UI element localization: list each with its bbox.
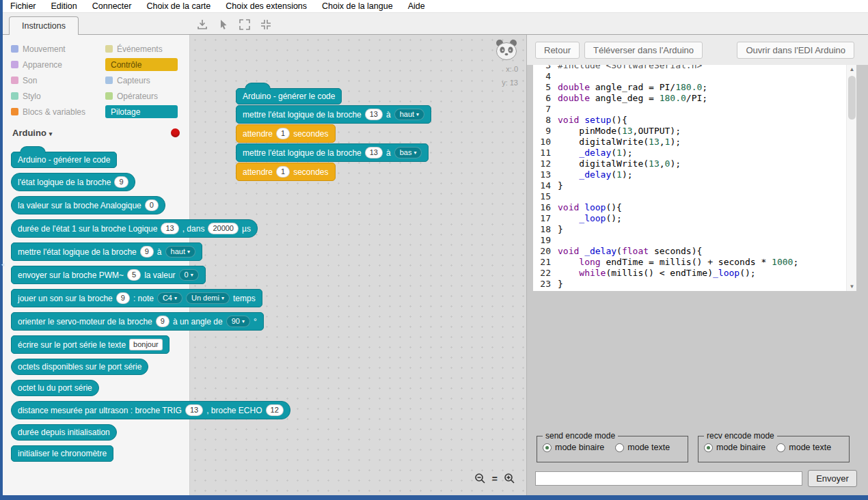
dropdown-arg[interactable]: haut▾ — [394, 109, 424, 120]
code-editor[interactable]: 3#include <SoftwareSerial.h>45double ang… — [533, 65, 856, 291]
menu-choix-des-extensions[interactable]: Choix des extensions — [218, 0, 314, 12]
dropdown-arg[interactable]: Un demi▾ — [186, 292, 230, 304]
category-mouvement[interactable]: Mouvement — [11, 42, 105, 55]
block-text: la valeur sur la broche Analogique — [18, 201, 141, 210]
number-arg[interactable]: 13 — [185, 404, 203, 416]
category-pilotage[interactable]: Pilotage — [105, 105, 178, 118]
zoom-out-icon[interactable] — [474, 473, 486, 484]
palette-collapse-handle[interactable]: ◂ — [0, 260, 5, 269]
number-arg[interactable]: 5 — [127, 269, 141, 281]
upload-arduino-button[interactable]: Téléverser dans l'Arduino — [584, 42, 703, 59]
dropdown-arg[interactable]: haut▾ — [165, 246, 195, 258]
code-text: #include <SoftwareSerial.h> — [558, 65, 702, 71]
radio-button[interactable] — [776, 443, 785, 452]
palette-block[interactable]: initialiser le chronomètre — [11, 445, 113, 462]
upload-icon[interactable] — [196, 18, 208, 31]
number-arg[interactable]: 20000 — [208, 223, 239, 234]
number-arg[interactable]: 1 — [276, 166, 290, 178]
number-arg[interactable]: 9 — [114, 176, 128, 188]
palette-block[interactable]: octet lu du port série — [11, 380, 99, 396]
code-line: 9 pinMode(13,OUTPUT); — [536, 126, 856, 137]
shrink-icon[interactable] — [260, 18, 272, 31]
radio-mode-binaire[interactable]: mode binaire — [543, 443, 604, 452]
dropdown-arg[interactable]: bas▾ — [394, 147, 422, 158]
send-button[interactable]: Envoyer — [808, 470, 857, 487]
script-canvas[interactable]: Arduino - générer le codemettre l'état l… — [190, 35, 526, 495]
category-capteurs[interactable]: Capteurs — [105, 74, 178, 87]
category-contr-le[interactable]: Contrôle — [105, 58, 178, 71]
line-number: 19 — [536, 235, 551, 246]
number-arg[interactable]: 9 — [156, 316, 169, 327]
number-arg[interactable]: 13 — [365, 147, 383, 158]
code-scrollbar[interactable]: ▲ ▼ — [846, 65, 856, 291]
scroll-up-icon[interactable]: ▲ — [847, 66, 856, 72]
radio-mode-binaire[interactable]: mode binaire — [704, 443, 765, 452]
back-button[interactable]: Retour — [535, 42, 580, 59]
palette-block[interactable]: Arduino - générer le code — [11, 152, 117, 168]
menu-choix-de-la-carte[interactable]: Choix de la carte — [139, 0, 218, 12]
script-block[interactable]: mettre l'état logique de la broche13àhau… — [236, 105, 431, 124]
open-ide-button[interactable]: Ouvrir dans l'EDI Arduino — [737, 42, 854, 59]
device-selector[interactable]: Arduino▾ — [12, 128, 52, 138]
category-son[interactable]: Son — [11, 74, 105, 87]
palette-block[interactable]: jouer un son sur la broche9: noteC4▾Un d… — [11, 289, 262, 307]
number-arg[interactable]: 1 — [276, 128, 290, 139]
code-line: 7 — [536, 104, 856, 115]
block-text: la valeur — [144, 270, 175, 280]
script-block[interactable]: attendre1secondes — [236, 163, 336, 181]
dropdown-arg[interactable]: C4▾ — [157, 292, 182, 304]
palette-block[interactable]: octets disponibles sur le port série — [11, 359, 148, 375]
block-text: mettre l'état logique de la broche — [18, 247, 137, 257]
expand-icon[interactable] — [239, 18, 251, 31]
tab-instructions[interactable]: Instructions — [9, 16, 79, 36]
category-blocs-variables[interactable]: Blocs & variables — [11, 105, 105, 118]
radio-mode-texte[interactable]: mode texte — [776, 443, 831, 452]
category-v-nements[interactable]: Événements — [105, 42, 178, 55]
palette-block[interactable]: durée de l'état 1 sur la broche Logique1… — [11, 219, 258, 238]
line-number: 8 — [536, 115, 551, 126]
scroll-down-icon[interactable]: ▼ — [847, 283, 856, 290]
number-arg[interactable]: 13 — [365, 109, 383, 120]
zoom-in-icon[interactable] — [504, 473, 515, 484]
number-arg[interactable]: 9 — [116, 292, 130, 304]
palette-block[interactable]: la valeur sur la broche Analogique0 — [11, 196, 165, 214]
block-palette: MouvementApparenceSonStyloBlocs & variab… — [3, 35, 190, 495]
menu-edition[interactable]: Edition — [44, 0, 85, 12]
script-block[interactable]: attendre1secondes — [236, 124, 336, 143]
palette-block[interactable]: orienter le servo-moteur de la broche9à … — [11, 312, 264, 331]
palette-block[interactable]: distance mesurée par ultrason : broche T… — [11, 401, 290, 419]
dropdown-arg[interactable]: 0▾ — [179, 269, 199, 281]
category-apparence[interactable]: Apparence — [11, 58, 105, 71]
category-stylo[interactable]: Stylo — [11, 89, 105, 102]
radio-button[interactable] — [615, 443, 624, 452]
dropdown-arg[interactable]: 90▾ — [226, 316, 250, 327]
chevron-down-icon: ▾ — [221, 293, 224, 303]
script-block[interactable]: Arduino - générer le code — [236, 88, 342, 105]
serial-input[interactable] — [535, 471, 802, 486]
palette-block[interactable]: l'état logique de la broche9 — [11, 173, 135, 191]
recv-encode-fieldset: recv encode mode mode binairemode texte — [698, 431, 850, 462]
code-text: digitalWrite(13,0); — [558, 158, 681, 169]
radio-label: mode binaire — [716, 443, 765, 452]
number-arg[interactable]: 13 — [161, 223, 178, 234]
script-block[interactable]: mettre l'état logique de la broche13àbas… — [236, 143, 429, 162]
radio-button[interactable] — [543, 443, 552, 452]
radio-button[interactable] — [704, 443, 713, 452]
radio-mode-texte[interactable]: mode texte — [615, 443, 670, 452]
menu-connecter[interactable]: Connecter — [85, 0, 139, 12]
menu-aide[interactable]: Aide — [401, 0, 433, 12]
palette-block[interactable]: mettre l'état logique de la broche9àhaut… — [11, 242, 202, 261]
text-arg[interactable]: bonjour — [129, 339, 163, 350]
scrollbar-thumb[interactable] — [848, 76, 856, 120]
number-arg[interactable]: 12 — [266, 404, 284, 416]
palette-block[interactable]: envoyer sur la broche PWM~5la valeur0▾ — [11, 266, 206, 284]
category-op-rateurs[interactable]: Opérateurs — [105, 89, 178, 102]
number-arg[interactable]: 9 — [140, 246, 154, 258]
menu-choix-de-la-langue[interactable]: Choix de la langue — [314, 0, 401, 12]
palette-block[interactable]: durée depuis initialisation — [11, 424, 117, 441]
zoom-reset-button[interactable]: = — [492, 473, 498, 484]
palette-block[interactable]: écrire sur le port série le textebonjour — [11, 335, 169, 354]
number-arg[interactable]: 0 — [145, 199, 159, 211]
menu-fichier[interactable]: Fichier — [3, 0, 44, 12]
pointer-icon[interactable] — [217, 18, 230, 31]
